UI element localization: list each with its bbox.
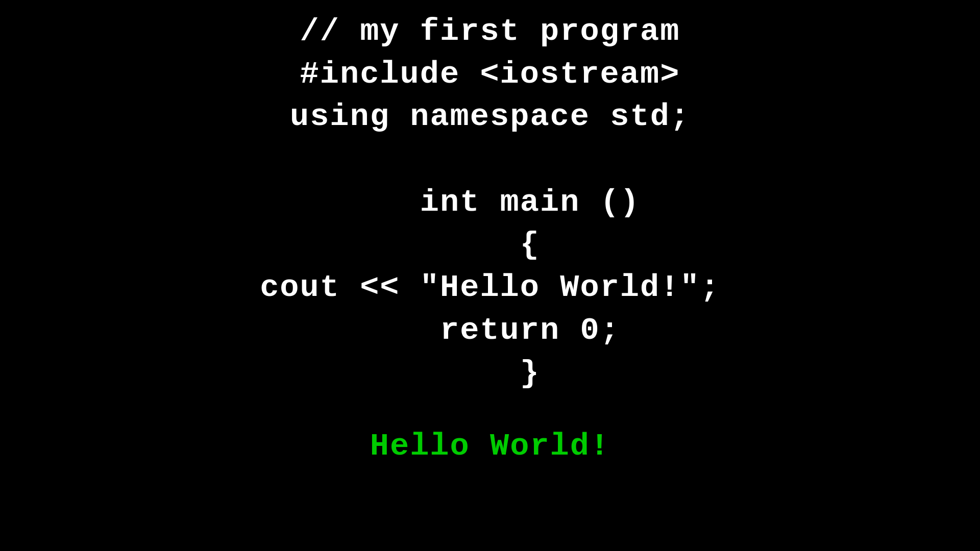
program-output: Hello World! bbox=[370, 425, 610, 468]
code-line-comment: // my first program bbox=[300, 10, 680, 53]
code-line-close-brace: } bbox=[440, 352, 540, 395]
code-line-cout: cout << "Hello World!"; bbox=[260, 266, 720, 309]
code-line-return: return 0; bbox=[360, 309, 620, 352]
code-display: // my first program #include <iostream> … bbox=[0, 0, 980, 468]
code-line-open-brace: { bbox=[440, 223, 540, 266]
code-line-blank bbox=[480, 138, 500, 181]
code-line-include: #include <iostream> bbox=[300, 53, 680, 96]
code-line-main: int main () bbox=[340, 181, 640, 224]
code-line-using: using namespace std; bbox=[290, 95, 690, 138]
